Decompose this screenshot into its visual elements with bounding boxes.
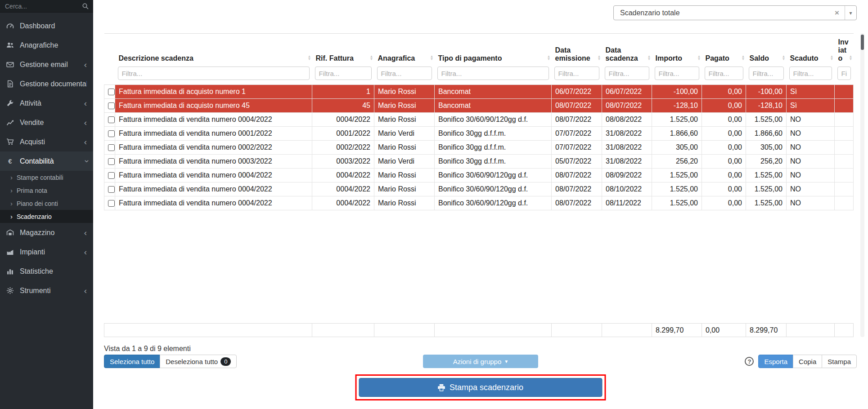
print-button[interactable]: Stampa: [822, 355, 857, 368]
total-tipo: [435, 324, 552, 337]
copy-button[interactable]: Copia: [793, 355, 822, 368]
column-header-rif[interactable]: Rif. Fattura▲▼: [312, 34, 374, 65]
sidebar-item-impianti[interactable]: Impianti‹: [0, 242, 93, 262]
table-row[interactable]: Fattura immediata di vendita numero 0001…: [104, 127, 854, 141]
table-row[interactable]: Fattura immediata di vendita numero 0003…: [104, 155, 854, 169]
cell-saldo: 1.525,00: [746, 196, 787, 210]
cell-scaduto: NO: [787, 196, 835, 210]
row-checkbox[interactable]: [108, 102, 115, 109]
euro-icon: €: [6, 157, 15, 165]
table-row[interactable]: Fattura immediata di vendita numero 0002…: [104, 141, 854, 155]
column-header-anagrafica[interactable]: Anagrafica▲▼: [374, 34, 435, 65]
search-icon[interactable]: [82, 3, 89, 10]
sidebar-item-anagrafiche[interactable]: Anagrafiche: [0, 36, 93, 55]
table-row[interactable]: Fattura immediata di vendita numero 0004…: [104, 169, 854, 182]
row-checkbox[interactable]: [108, 158, 115, 165]
cell-inviato: [835, 169, 854, 182]
cell-importo: 256,20: [652, 155, 702, 169]
filter-input-scaduto[interactable]: [789, 67, 832, 80]
filter-input-pagato[interactable]: [705, 67, 743, 80]
filter-input-inviato[interactable]: [837, 67, 851, 80]
column-header-pagato[interactable]: Pagato▲▼: [702, 34, 746, 65]
table-row[interactable]: Fattura immediata di vendita numero 0004…: [104, 182, 854, 196]
sidebar-item-vendite[interactable]: Vendite‹: [0, 113, 93, 132]
column-header-scadenza[interactable]: Data scadenza▲▼: [602, 34, 652, 65]
group-actions-button[interactable]: Azioni di gruppo ▾: [423, 355, 538, 368]
row-checkbox[interactable]: [108, 116, 115, 123]
data-table: Descrizione scadenza▲▼Rif. Fattura▲▼Anag…: [104, 33, 854, 210]
total-rif: [312, 324, 374, 337]
chevron-left-icon: ‹: [81, 60, 87, 69]
row-checkbox[interactable]: [108, 89, 115, 95]
filter-input-importo[interactable]: [655, 67, 699, 80]
sidebar-item-dashboard[interactable]: Dashboard: [0, 16, 93, 36]
sidebar-subitem-piano-dei-conti[interactable]: ›Piano dei conti: [0, 197, 93, 210]
cell-emissione: 08/07/2022: [552, 113, 602, 127]
export-button[interactable]: Esporta: [758, 355, 793, 368]
row-checkbox[interactable]: [108, 172, 115, 179]
deselect-all-label: Deseleziona tutto: [166, 358, 218, 365]
sidebar-item-gestione-documentale[interactable]: Gestione documentale: [0, 74, 93, 93]
table-row[interactable]: Fattura immediata di acquisto numero 454…: [104, 99, 854, 113]
cell-pagato: 0,00: [702, 155, 746, 169]
chevron-right-icon: ›: [10, 187, 13, 194]
filter-input-tipo[interactable]: [437, 67, 549, 80]
scope-select[interactable]: Scadenzario totale × ▾: [613, 5, 857, 20]
sidebar-subitem-scadenzario[interactable]: ›Scadenzario: [0, 210, 93, 223]
cell-tipo: Bonifico 30gg d.f.f.m.: [435, 127, 552, 141]
sidebar-nav: DashboardAnagraficheGestione email‹Gesti…: [0, 13, 93, 300]
column-header-inviato[interactable]: Inviato▲▼: [835, 34, 854, 65]
dashboard-icon: [6, 22, 15, 30]
clear-icon[interactable]: ×: [829, 9, 845, 18]
column-header-emissione[interactable]: Data emissione▲▼: [552, 34, 602, 65]
sidebar-item-statistiche[interactable]: Statistiche: [0, 262, 93, 281]
cell-rif: 0004/2022: [312, 169, 374, 182]
deselect-all-button[interactable]: Deseleziona tutto 0: [160, 355, 237, 368]
filter-input-descrizione[interactable]: [118, 67, 310, 80]
filter-input-rif[interactable]: [315, 67, 372, 80]
cell-descrizione: Fattura immediata di vendita numero 0004…: [115, 182, 312, 196]
sidebar-item-strumenti[interactable]: Strumenti‹: [0, 281, 93, 300]
sidebar-item-attivita[interactable]: Attività‹: [0, 93, 93, 113]
column-header-tipo[interactable]: Tipo di pagamento▲▼: [435, 34, 552, 65]
filter-input-scadenza[interactable]: [605, 67, 649, 80]
filter-input-emissione[interactable]: [554, 67, 599, 80]
row-checkbox[interactable]: [108, 200, 115, 207]
cell-checkbox: [104, 155, 115, 169]
bar-chart-icon: [6, 267, 15, 275]
column-header-importo[interactable]: Importo▲▼: [652, 34, 702, 65]
table-row[interactable]: Fattura immediata di vendita numero 0004…: [104, 196, 854, 210]
cell-pagato: 0,00: [702, 196, 746, 210]
cell-tipo: Bonifico 30gg d.f.f.m.: [435, 141, 552, 155]
select-all-button[interactable]: Seleziona tutto: [104, 355, 160, 368]
sidebar-item-magazzino[interactable]: Magazzino‹: [0, 223, 93, 242]
sort-icon: ▲▼: [648, 55, 651, 61]
sidebar-item-acquisti[interactable]: Acquisti‹: [0, 132, 93, 151]
cell-tipo: Bonifico 30/60/90/120gg d.f.: [435, 182, 552, 196]
column-header-saldo[interactable]: Saldo▲▼: [746, 34, 787, 65]
column-header-scaduto[interactable]: Scaduto▲▼: [787, 34, 835, 65]
print-schedule-button[interactable]: Stampa scadenzario: [359, 378, 603, 397]
filter-input-saldo[interactable]: [749, 67, 784, 80]
total-emissione: [552, 324, 602, 337]
cell-scadenza: 31/08/2022: [602, 155, 652, 169]
row-checkbox[interactable]: [108, 144, 115, 151]
sidebar-subitem-stampe-contabili[interactable]: ›Stampe contabili: [0, 171, 93, 184]
sidebar-item-gestione-email[interactable]: Gestione email‹: [0, 55, 93, 74]
table-row[interactable]: Fattura immediata di vendita numero 0004…: [104, 113, 854, 127]
filter-input-anagrafica[interactable]: [377, 67, 432, 80]
filter-cell-anagrafica: [374, 65, 435, 85]
row-checkbox[interactable]: [108, 186, 115, 193]
search-input[interactable]: [0, 0, 93, 12]
sidebar-item-contabilita[interactable]: €Contabilità‹: [0, 151, 93, 171]
help-icon[interactable]: ?: [745, 357, 754, 366]
table-row[interactable]: Fattura immediata di acquisto numero 11M…: [104, 85, 854, 99]
chevron-down-icon[interactable]: ▾: [845, 6, 856, 20]
row-checkbox[interactable]: [108, 130, 115, 137]
sidebar-subitem-prima-nota[interactable]: ›Prima nota: [0, 184, 93, 197]
gear-icon: [6, 287, 15, 294]
cell-descrizione: Fattura immediata di vendita numero 0004…: [115, 113, 312, 127]
cell-scadenza: 08/07/2022: [602, 99, 652, 113]
scrollbar-thumb[interactable]: [861, 35, 864, 50]
column-header-descrizione[interactable]: Descrizione scadenza▲▼: [115, 34, 312, 65]
